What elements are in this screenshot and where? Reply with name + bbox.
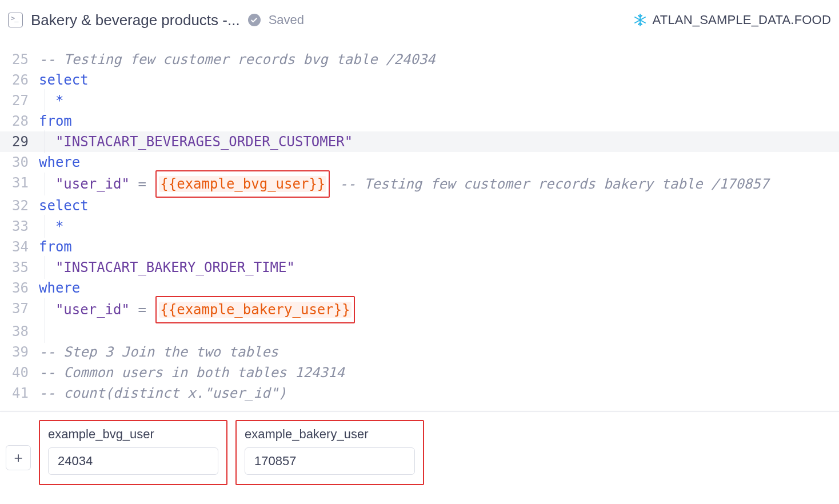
editor-line[interactable]: 37 "user_id" = {{example_bakery_user}}	[0, 298, 839, 321]
code-content[interactable]: "INSTACART_BAKERY_ORDER_TIME"	[39, 257, 839, 278]
editor-line[interactable]: 32select	[0, 195, 839, 216]
variable-name-label: example_bvg_user	[48, 427, 218, 442]
saved-check-icon	[248, 14, 261, 26]
code-content[interactable]: *	[39, 90, 839, 111]
editor-line[interactable]: 25-- Testing few customer records bvg ta…	[0, 49, 839, 70]
variable-card: example_bakery_user	[235, 420, 424, 485]
query-file-icon	[8, 13, 23, 27]
editor-line[interactable]: 26select	[0, 70, 839, 90]
snowflake-icon	[633, 13, 647, 27]
editor-line[interactable]: 40-- Common users in both tables 124314	[0, 362, 839, 383]
variables-panel: + example_bvg_user example_bakery_user	[0, 412, 839, 491]
line-number: 32	[0, 195, 39, 216]
variable-card: example_bvg_user	[39, 420, 227, 485]
line-number: 36	[0, 278, 39, 298]
line-number: 38	[0, 321, 39, 342]
line-number: 26	[0, 70, 39, 90]
line-number: 28	[0, 111, 39, 131]
editor-line[interactable]: 41-- count(distinct x."user_id")	[0, 383, 839, 403]
code-content[interactable]: "INSTACART_BEVERAGES_ORDER_CUSTOMER"	[39, 131, 839, 152]
code-content[interactable]: select	[39, 195, 839, 216]
editor-line[interactable]: 29 "INSTACART_BEVERAGES_ORDER_CUSTOMER"	[0, 131, 839, 152]
code-content[interactable]: -- Common users in both tables 124314	[39, 362, 839, 383]
line-number: 33	[0, 216, 39, 237]
line-number: 40	[0, 362, 39, 383]
line-number: 30	[0, 152, 39, 173]
template-variable[interactable]: {{example_bakery_user}}	[155, 296, 354, 323]
editor-line[interactable]: 30where	[0, 152, 839, 173]
code-content[interactable]: -- Testing few customer records bvg tabl…	[39, 49, 839, 70]
editor-line[interactable]: 39-- Step 3 Join the two tables	[0, 342, 839, 362]
header-left: Bakery & beverage products -... Saved	[8, 11, 304, 29]
variable-value-input[interactable]	[48, 447, 218, 475]
editor-line[interactable]: 38	[0, 321, 839, 342]
editor-line[interactable]: 36where	[0, 278, 839, 298]
code-content[interactable]: *	[39, 216, 839, 237]
saved-status: Saved	[269, 13, 304, 27]
editor-line[interactable]: 33 *	[0, 216, 839, 237]
line-number: 39	[0, 342, 39, 362]
editor-line[interactable]: 34from	[0, 237, 839, 257]
line-number: 34	[0, 237, 39, 257]
code-content[interactable]: where	[39, 152, 839, 173]
code-content[interactable]	[39, 321, 839, 342]
editor-line[interactable]: 35 "INSTACART_BAKERY_ORDER_TIME"	[0, 257, 839, 278]
code-content[interactable]: where	[39, 278, 839, 298]
line-number: 29	[0, 131, 39, 152]
editor-line[interactable]: 31 "user_id" = {{example_bvg_user}} -- T…	[0, 173, 839, 195]
code-content[interactable]: -- count(distinct x."user_id")	[39, 383, 839, 403]
editor-line[interactable]: 27 *	[0, 90, 839, 111]
variable-value-input[interactable]	[245, 447, 415, 475]
code-content[interactable]: "user_id" = {{example_bvg_user}} -- Test…	[39, 173, 839, 195]
code-content[interactable]: from	[39, 111, 839, 131]
line-number: 37	[0, 298, 39, 319]
sql-editor[interactable]: 25-- Testing few customer records bvg ta…	[0, 39, 839, 403]
database-context[interactable]: ATLAN_SAMPLE_DATA.FOOD	[653, 13, 831, 27]
template-variable[interactable]: {{example_bvg_user}}	[155, 170, 330, 198]
editor-line[interactable]: 28from	[0, 111, 839, 131]
code-content[interactable]: "user_id" = {{example_bakery_user}}	[39, 298, 839, 321]
code-content[interactable]: select	[39, 70, 839, 90]
add-variable-button[interactable]: +	[6, 445, 31, 470]
line-number: 31	[0, 173, 39, 193]
code-content[interactable]: -- Step 3 Join the two tables	[39, 342, 839, 362]
header-bar: Bakery & beverage products -... Saved AT…	[0, 0, 839, 39]
line-number: 25	[0, 49, 39, 70]
line-number: 27	[0, 90, 39, 111]
variable-name-label: example_bakery_user	[245, 427, 415, 442]
query-title[interactable]: Bakery & beverage products -...	[31, 11, 240, 29]
header-right: ATLAN_SAMPLE_DATA.FOOD	[633, 13, 831, 27]
line-number: 35	[0, 257, 39, 278]
code-content[interactable]: from	[39, 237, 839, 257]
line-number: 41	[0, 383, 39, 403]
